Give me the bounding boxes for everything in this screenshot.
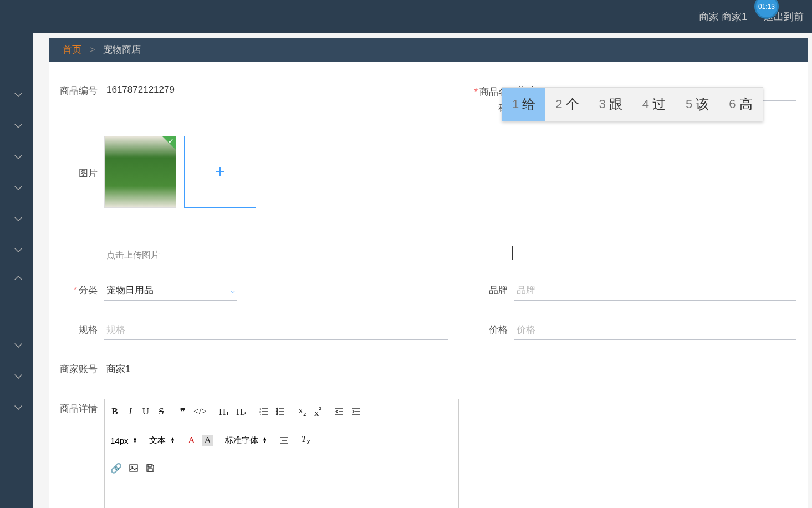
ordered-list-button[interactable]: 123 xyxy=(259,407,269,416)
font-size-select[interactable]: 14px ▲▼ xyxy=(110,436,137,445)
code-button[interactable]: </> xyxy=(193,406,207,417)
svg-text:3: 3 xyxy=(259,413,261,416)
clear-format-button[interactable]: Tx xyxy=(302,434,310,446)
detail-label: 商品详情 xyxy=(60,399,104,415)
breadcrumb-home[interactable]: 首页 xyxy=(63,44,81,55)
chevron-down-icon xyxy=(14,402,22,410)
bg-color-button[interactable]: A xyxy=(202,435,212,446)
sidebar-item-8[interactable] xyxy=(0,328,33,359)
product-id-input[interactable]: 1617872121279 xyxy=(104,81,448,99)
quote-button[interactable]: ❞ xyxy=(178,406,187,418)
sidebar-item-1[interactable] xyxy=(0,78,33,109)
sidebar xyxy=(0,33,33,508)
sidebar-item-2[interactable] xyxy=(0,109,33,140)
svg-point-8 xyxy=(277,411,278,413)
select-arrows-icon: ▲▼ xyxy=(133,437,137,444)
ime-candidate-2[interactable]: 2 个 xyxy=(545,88,589,121)
chevron-down-icon xyxy=(14,120,22,128)
font-size-value: 14px xyxy=(110,436,129,445)
image-button[interactable] xyxy=(129,463,139,473)
unordered-list-button[interactable] xyxy=(275,407,285,416)
italic-button[interactable]: I xyxy=(126,406,135,417)
font-family-value: 标准字体 xyxy=(225,435,258,446)
price-input[interactable]: 价格 xyxy=(514,320,796,340)
editor-content[interactable] xyxy=(105,480,458,508)
spec-input[interactable]: 规格 xyxy=(104,320,448,340)
price-label: 价格 xyxy=(470,320,514,336)
bold-button[interactable]: B xyxy=(110,406,119,417)
h2-button[interactable]: H₂ xyxy=(236,406,247,418)
select-arrows-icon: ▲▼ xyxy=(170,437,175,444)
brand-input[interactable]: 品牌 xyxy=(514,281,796,301)
svg-point-10 xyxy=(277,414,278,415)
paragraph-value: 文本 xyxy=(149,435,166,446)
top-bar: 01:13 商家 商家1 退出到前 xyxy=(0,0,812,33)
product-image-thumb[interactable]: ✓ xyxy=(104,136,176,208)
sidebar-item-6[interactable] xyxy=(0,233,33,264)
chevron-down-icon xyxy=(14,245,22,252)
product-form: 商品编号 1617872121279 *商品名称 茶叶 图片 ✓ xyxy=(49,62,808,508)
price-placeholder: 价格 xyxy=(517,324,535,335)
check-icon: ✓ xyxy=(168,137,174,145)
category-select[interactable]: 宠物日用品 ⌵ xyxy=(104,281,237,301)
ime-candidate-1[interactable]: 1 给 xyxy=(502,88,545,121)
add-image-button[interactable]: + xyxy=(184,136,256,208)
sidebar-item-7[interactable] xyxy=(0,264,33,295)
brand-label: 品牌 xyxy=(470,281,514,297)
paragraph-select[interactable]: 文本 ▲▼ xyxy=(149,435,175,446)
chevron-down-icon xyxy=(14,371,22,379)
align-button[interactable] xyxy=(279,435,289,445)
indent-button[interactable] xyxy=(351,407,361,416)
sidebar-item-4[interactable] xyxy=(0,171,33,202)
image-label: 图片 xyxy=(60,164,104,180)
sidebar-item-9[interactable] xyxy=(0,359,33,390)
chevron-down-icon: ⌵ xyxy=(231,286,235,294)
save-button[interactable] xyxy=(145,463,155,473)
ime-candidate-6[interactable]: 6 高 xyxy=(719,88,762,121)
ime-candidate-panel: 1 给 2 个 3 跟 4 过 5 该 6 高 xyxy=(502,87,763,121)
product-id-value: 1617872121279 xyxy=(106,84,175,95)
breadcrumb-sep: > xyxy=(90,44,95,55)
sidebar-item-3[interactable] xyxy=(0,140,33,171)
ime-candidate-5[interactable]: 5 该 xyxy=(676,88,719,121)
strike-button[interactable]: S xyxy=(157,406,166,417)
product-id-label: 商品编号 xyxy=(60,81,104,97)
svg-rect-24 xyxy=(148,469,152,471)
underline-button[interactable]: U xyxy=(141,406,150,417)
outdent-button[interactable] xyxy=(334,407,344,416)
chevron-down-icon xyxy=(14,182,22,190)
editor-toolbar: B I U S ❞ </> H₁ H₂ xyxy=(105,399,458,480)
chevron-down-icon xyxy=(14,89,22,97)
user-info[interactable]: 商家 商家1 xyxy=(699,10,747,23)
chevron-down-icon xyxy=(14,151,22,159)
svg-point-22 xyxy=(131,466,133,468)
spec-placeholder: 规格 xyxy=(106,324,125,335)
upload-hint: 点击上传图片 xyxy=(106,250,160,261)
svg-point-6 xyxy=(277,408,278,410)
link-button[interactable]: 🔗 xyxy=(110,463,122,474)
text-color-button[interactable]: A xyxy=(187,435,196,446)
sidebar-item-5[interactable] xyxy=(0,202,33,233)
merchant-input[interactable]: 商家1 xyxy=(104,359,796,379)
sidebar-item-10[interactable] xyxy=(0,390,33,421)
spec-label: 规格 xyxy=(60,320,104,336)
text-cursor xyxy=(512,246,513,260)
brand-placeholder: 品牌 xyxy=(517,285,535,296)
h1-button[interactable]: H₁ xyxy=(219,406,229,418)
svg-rect-23 xyxy=(148,465,151,467)
chevron-down-icon xyxy=(14,340,22,348)
chevron-up-icon xyxy=(14,276,22,283)
category-label: *分类 xyxy=(60,281,104,297)
category-value: 宠物日用品 xyxy=(106,284,231,297)
merchant-value: 商家1 xyxy=(106,364,130,374)
superscript-button[interactable]: x² xyxy=(313,405,322,419)
merchant-label: 商家账号 xyxy=(60,359,104,375)
subscript-button[interactable]: x₂ xyxy=(298,405,307,418)
rich-editor: B I U S ❞ </> H₁ H₂ xyxy=(104,399,459,508)
ime-candidate-3[interactable]: 3 跟 xyxy=(589,88,632,121)
ime-candidate-4[interactable]: 4 过 xyxy=(632,88,676,121)
font-family-select[interactable]: 标准字体 ▲▼ xyxy=(225,435,267,446)
chevron-down-icon xyxy=(14,214,22,221)
plus-icon: + xyxy=(215,161,226,182)
breadcrumb-current: 宠物商店 xyxy=(103,44,141,55)
